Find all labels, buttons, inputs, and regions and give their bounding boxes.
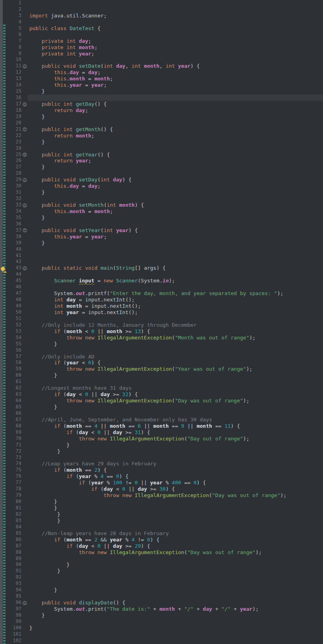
code-text[interactable] [28, 631, 323, 638]
line-number[interactable]: 61 [7, 379, 21, 385]
line-number[interactable]: 10 [7, 57, 21, 63]
line-number[interactable]: 12 [7, 69, 21, 76]
line-number[interactable]: 53 [7, 328, 21, 335]
code-text[interactable]: } [28, 612, 323, 619]
line-number[interactable]: 21 [7, 126, 21, 133]
code-text[interactable]: } [28, 164, 323, 170]
line-number[interactable]: 36 [7, 221, 21, 227]
code-text[interactable]: throw new IllegalArgumentException("Day … [28, 549, 323, 556]
line-number[interactable]: 52 [7, 322, 21, 328]
line-number[interactable]: 51 [7, 316, 21, 322]
line-number[interactable]: 76 [7, 473, 21, 480]
line-number[interactable]: 65 [7, 404, 21, 410]
line-number[interactable]: 56 [7, 347, 21, 354]
line-number[interactable]: 90 [7, 562, 21, 568]
fold-collapse-icon[interactable] [21, 202, 28, 208]
line-number[interactable]: 66 [7, 410, 21, 417]
line-number[interactable]: 87 [7, 543, 21, 549]
code-text[interactable]: public class DateTest { [28, 25, 323, 32]
code-text[interactable]: public int getYear() { [28, 152, 323, 158]
code-text[interactable]: } [28, 505, 323, 511]
line-number[interactable]: 25 [7, 152, 21, 158]
code-text[interactable]: } [28, 442, 323, 448]
code-text[interactable]: private int year; [28, 51, 323, 57]
line-number[interactable]: 50 [7, 309, 21, 316]
code-text[interactable]: throw new IllegalArgumentException("Day … [28, 492, 323, 499]
fold-collapse-icon[interactable] [21, 227, 28, 234]
line-number[interactable]: 46 [7, 284, 21, 290]
line-number[interactable]: 44 [7, 271, 21, 278]
line-number[interactable]: 14 [7, 82, 21, 88]
line-number[interactable]: 24 [7, 145, 21, 152]
line-number[interactable]: 54 [7, 335, 21, 341]
line-number[interactable]: 28 [7, 170, 21, 177]
line-number[interactable]: 96 [7, 600, 21, 606]
code-text[interactable]: } [28, 625, 323, 631]
line-number[interactable]: 7 [7, 38, 21, 44]
line-number[interactable]: 45 [7, 278, 21, 284]
code-text[interactable]: System.out.print("The date is:" + month … [28, 606, 323, 612]
line-number[interactable]: 17 [7, 101, 21, 107]
line-number[interactable]: 41 [7, 253, 21, 259]
code-text[interactable]: } [28, 139, 323, 145]
code-text[interactable]: Scanner input = new Scanner(System.in); [28, 278, 323, 284]
code-text[interactable]: public int getMonth() { [28, 126, 323, 133]
code-text[interactable]: throw new IllegalArgumentException("Day … [28, 398, 323, 404]
line-number[interactable]: 89 [7, 556, 21, 562]
code-text[interactable]: if (day < 0 || day >= 29) { [28, 543, 323, 549]
warning-bulb-icon[interactable] [0, 266, 7, 273]
code-text[interactable] [28, 410, 323, 417]
code-text[interactable]: int month = input.nextInt(); [28, 303, 323, 309]
line-number[interactable]: 79 [7, 492, 21, 499]
code-editor[interactable]: 123import java.util.Scanner;45public cla… [0, 0, 323, 644]
code-text[interactable] [28, 581, 323, 587]
code-text[interactable]: private int month; [28, 44, 323, 51]
code-text[interactable]: //April, June, September, and November o… [28, 417, 323, 423]
code-text[interactable]: if (year % 100 != 0 || year % 400 == 0) … [28, 480, 323, 486]
code-text[interactable] [28, 619, 323, 625]
line-number[interactable]: 71 [7, 442, 21, 448]
code-text[interactable] [28, 57, 323, 63]
code-text[interactable]: if (year % 4 == 0) { [28, 473, 323, 480]
code-text[interactable]: this.day = day; [28, 183, 323, 189]
code-text[interactable]: if (month < 0 || month >= 13) { [28, 328, 323, 335]
line-number[interactable]: 97 [7, 606, 21, 612]
code-text[interactable] [28, 120, 323, 126]
line-number[interactable]: 98 [7, 612, 21, 619]
line-number[interactable]: 40 [7, 246, 21, 253]
code-text[interactable]: if (day < 0 || day >= 30) { [28, 486, 323, 492]
line-number[interactable]: 29 [7, 177, 21, 183]
code-text[interactable]: if (day < 0 || day >= 31) { [28, 429, 323, 436]
line-number[interactable]: 75 [7, 467, 21, 473]
code-text[interactable]: } [28, 511, 323, 518]
line-number[interactable]: 22 [7, 133, 21, 139]
code-text[interactable]: int year = input.nextInt(); [28, 309, 323, 316]
line-number[interactable]: 3 [7, 13, 21, 19]
code-text[interactable] [28, 253, 323, 259]
line-number[interactable]: 102 [7, 638, 21, 644]
line-number[interactable]: 99 [7, 619, 21, 625]
line-number[interactable]: 6 [7, 32, 21, 38]
line-number[interactable]: 68 [7, 423, 21, 429]
line-number[interactable]: 95 [7, 593, 21, 600]
code-text[interactable]: this.day = day; [28, 69, 323, 76]
code-text[interactable]: } [28, 372, 323, 379]
code-text[interactable]: public static void main(String[] args) { [28, 265, 323, 271]
line-number[interactable]: 1 [7, 0, 21, 6]
line-number[interactable]: 80 [7, 499, 21, 505]
line-number[interactable]: 84 [7, 524, 21, 530]
code-text[interactable]: throw new IllegalArgumentException("Year… [28, 366, 323, 372]
line-number[interactable]: 67 [7, 417, 21, 423]
code-text[interactable]: return day; [28, 107, 323, 114]
line-number[interactable]: 55 [7, 341, 21, 347]
line-number[interactable]: 15 [7, 88, 21, 95]
code-text[interactable] [28, 347, 323, 354]
code-text[interactable]: public void setDay(int day) { [28, 177, 323, 183]
line-number[interactable]: 77 [7, 480, 21, 486]
code-text[interactable]: } [28, 587, 323, 593]
code-text[interactable] [28, 0, 323, 6]
line-number[interactable]: 5 [7, 25, 21, 32]
code-text[interactable]: } [28, 562, 323, 568]
fold-collapse-icon[interactable] [21, 126, 28, 133]
code-text[interactable]: public void setDate(int day, int month, … [28, 63, 323, 69]
